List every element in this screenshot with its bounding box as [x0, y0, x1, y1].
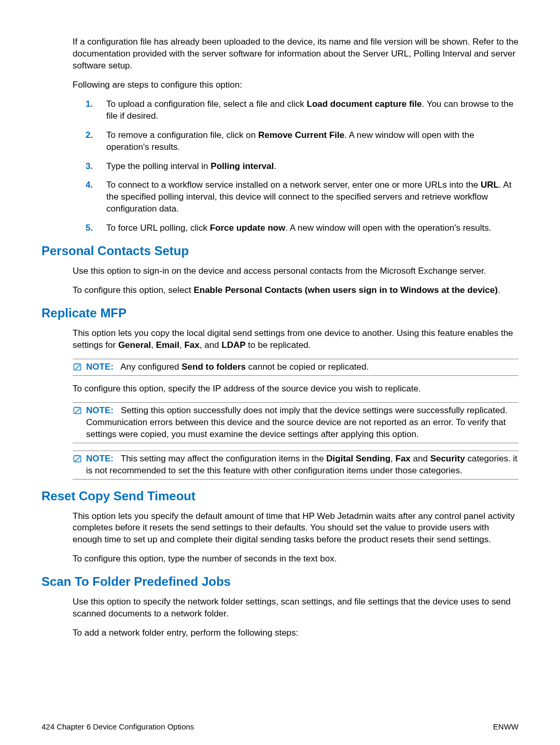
- step-number: 4.: [86, 179, 95, 215]
- heading-reset-copy: Reset Copy Send Timeout: [41, 489, 519, 503]
- reset-block: This option lets you specify the default…: [73, 511, 519, 566]
- step-text: To upload a configuration file, select a…: [106, 99, 519, 122]
- heading-replicate-mfp: Replicate MFP: [41, 306, 519, 320]
- note-icon: [73, 454, 83, 464]
- step-number: 2.: [86, 130, 95, 153]
- replicate-p1: This option lets you copy the local digi…: [73, 328, 519, 352]
- footer-left: 424 Chapter 6 Device Configuration Optio…: [41, 722, 194, 731]
- note-text: NOTE: Setting this option successfully d…: [86, 405, 519, 441]
- intro-p1: If a configuration file has already been…: [73, 36, 519, 72]
- note-send-to-folders: NOTE: Any configured Send to folders can…: [73, 359, 519, 376]
- step-text: To connect to a workflow service install…: [106, 179, 519, 215]
- intro-p2: Following are steps to configure this op…: [73, 79, 519, 91]
- note-setting-success: NOTE: Setting this option successfully d…: [73, 402, 519, 443]
- personal-p1: Use this option to sign-in on the device…: [73, 265, 519, 277]
- note-config-items: NOTE: This setting may affect the config…: [73, 451, 519, 480]
- heading-personal-contacts: Personal Contacts Setup: [41, 244, 519, 258]
- note-text: NOTE: This setting may affect the config…: [86, 453, 519, 477]
- step-2: 2. To remove a configuration file, click…: [86, 130, 519, 153]
- reset-p1: This option lets you specify the default…: [73, 511, 519, 546]
- step-4: 4. To connect to a workflow service inst…: [86, 179, 519, 215]
- replicate-p2-block: To configure this option, specify the IP…: [73, 383, 519, 395]
- step-text: To remove a configuration file, click on…: [106, 130, 519, 153]
- scan-p1: Use this option to specify the network f…: [73, 596, 519, 620]
- page-footer: 424 Chapter 6 Device Configuration Optio…: [41, 722, 519, 731]
- personal-p2: To configure this option, select Enable …: [73, 285, 519, 297]
- scan-block: Use this option to specify the network f…: [73, 596, 519, 639]
- step-1: 1. To upload a configuration file, selec…: [86, 99, 519, 122]
- note-icon: [73, 405, 83, 416]
- step-3: 3. Type the polling interval in Polling …: [86, 161, 519, 173]
- heading-scan-folder: Scan To Folder Predefined Jobs: [41, 574, 519, 589]
- replicate-p2: To configure this option, specify the IP…: [73, 383, 519, 395]
- step-5: 5. To force URL polling, click Force upd…: [86, 222, 519, 234]
- step-text: To force URL polling, click Force update…: [106, 222, 491, 234]
- note-icon: [73, 362, 83, 372]
- step-number: 1.: [86, 99, 95, 122]
- scan-p2: To add a network folder entry, perform t…: [73, 627, 519, 639]
- steps-list: 1. To upload a configuration file, selec…: [86, 99, 519, 234]
- intro-block: If a configuration file has already been…: [73, 36, 519, 91]
- note-text: NOTE: Any configured Send to folders can…: [86, 361, 369, 373]
- step-number: 5.: [86, 222, 95, 234]
- replicate-block: This option lets you copy the local digi…: [73, 328, 519, 352]
- step-number: 3.: [86, 161, 95, 173]
- personal-block: Use this option to sign-in on the device…: [73, 265, 519, 297]
- footer-right: ENWW: [493, 722, 519, 731]
- step-text: Type the polling interval in Polling int…: [106, 161, 276, 173]
- reset-p2: To configure this option, type the numbe…: [73, 553, 519, 565]
